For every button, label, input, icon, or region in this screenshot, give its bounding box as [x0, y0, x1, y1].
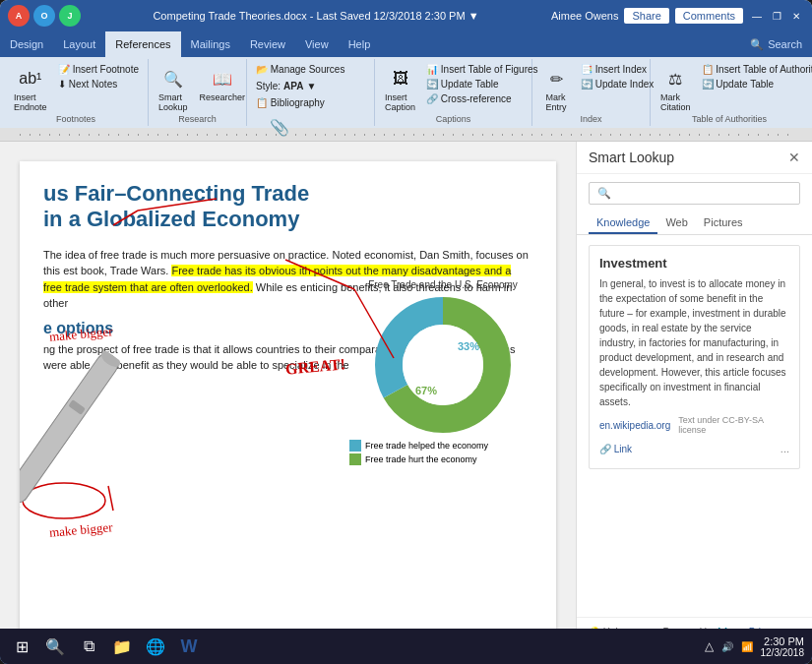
footnote-icon: 📝 — [58, 64, 70, 75]
tab-mailings[interactable]: Mailings — [181, 31, 240, 57]
doc-title: us Fair–Connecting Trade in a Globalized… — [43, 181, 532, 233]
taskbar-volume-icon[interactable]: 🔊 — [721, 641, 733, 652]
ribbon-content: ab¹ Insert Endnote 📝 Insert Footnote ⬇ N… — [0, 57, 812, 128]
tab-design[interactable]: Design — [0, 31, 53, 57]
window-controls: — ❐ ✕ — [749, 8, 804, 24]
main-area: us Fair–Connecting Trade in a Globalized… — [0, 142, 812, 656]
insert-table-figures-btn[interactable]: 📊 Insert Table of Figures — [423, 63, 541, 76]
sl-search-input[interactable] — [617, 188, 791, 200]
minimize-button[interactable]: — — [749, 8, 765, 24]
insert-footnote-btn[interactable]: 📝 Insert Footnote — [55, 63, 142, 76]
ruler — [0, 128, 812, 142]
sl-header: Smart Lookup ✕ — [577, 142, 812, 174]
sl-link-row: 🔗 Link ... — [599, 439, 789, 458]
footnotes-content: ab¹ Insert Endnote 📝 Insert Footnote ⬇ N… — [10, 61, 142, 114]
search-taskbar-button[interactable]: 🔍 — [41, 633, 69, 660]
profile-icon-3: J — [59, 5, 81, 27]
share-button[interactable]: Share — [624, 8, 668, 24]
sl-wiki-link[interactable]: en.wikipedia.org — [599, 420, 670, 431]
sl-tab-knowledge[interactable]: Knowledge — [589, 212, 657, 234]
insert-table-auth-btn[interactable]: 📋 Insert Table of Authorities — [699, 63, 812, 76]
authorities-label: Table of Authorities — [656, 114, 802, 126]
research-label: Research — [155, 114, 240, 126]
search-ribbon[interactable]: 🔍 Search — [740, 31, 812, 57]
screen: A O J Competing Trade Theories.docx - La… — [0, 0, 812, 664]
edge-browser-button[interactable]: 🌐 — [142, 633, 169, 660]
insert-caption-icon: 🖼 — [387, 65, 414, 92]
tab-layout[interactable]: Layout — [53, 31, 105, 57]
title-bar-center: Competing Trade Theories.docx - Last Sav… — [81, 10, 551, 22]
tab-review[interactable]: Review — [240, 31, 295, 57]
taskbar-right: △ 🔊 📶 2:30 PM 12/3/2018 — [705, 635, 805, 658]
svg-line-4 — [108, 486, 113, 511]
next-notes-icon: ⬇ — [58, 79, 66, 90]
captions-label: Captions — [381, 114, 526, 126]
sl-tabs: Knowledge Web Pictures — [577, 212, 812, 235]
sl-more-button[interactable]: ... — [781, 443, 789, 454]
update-table-auth-btn[interactable]: 🔄 Update Table — [699, 78, 812, 91]
doc-title: Competing Trade Theories.docx - Last Sav… — [153, 10, 478, 22]
close-button[interactable]: ✕ — [788, 8, 804, 24]
sl-close-button[interactable]: ✕ — [788, 150, 800, 165]
ribbon-tabs: Design Layout References Mailings Review… — [0, 31, 812, 57]
svg-text:67%: 67% — [415, 385, 437, 396]
chart-area: Free Trade and the U.S. Economy 33% 67% — [349, 279, 536, 467]
update-table-captions-btn[interactable]: 🔄 Update Table — [423, 78, 541, 91]
ribbon-group-footnotes: ab¹ Insert Endnote 📝 Insert Footnote ⬇ N… — [4, 59, 149, 126]
sl-card-title: Investment — [599, 256, 789, 271]
index-label: Index — [538, 114, 644, 126]
smart-lookup-btn[interactable]: 🔍 SmartLookup — [155, 63, 192, 114]
word-taskbar-button[interactable]: W — [175, 633, 203, 660]
annotation-great: GREAT! — [284, 355, 345, 378]
captions-content: 🖼 InsertCaption 📊 Insert Table of Figure… — [381, 61, 541, 114]
sl-search-bar[interactable]: 🔍 — [589, 182, 800, 205]
smart-lookup-panel: Smart Lookup ✕ 🔍 Knowledge Web Pictures … — [576, 142, 812, 656]
mark-entry-btn[interactable]: ✏ MarkEntry — [538, 63, 574, 114]
sl-content: Investment In general, to invest is to a… — [577, 235, 812, 617]
insert-caption-btn[interactable]: 🖼 InsertCaption — [381, 63, 419, 114]
svg-text:33%: 33% — [458, 340, 479, 352]
tab-references[interactable]: References — [105, 31, 180, 57]
update-index-btn[interactable]: 🔄 Update Index — [578, 78, 656, 91]
restore-button[interactable]: ❐ — [769, 8, 784, 24]
smart-lookup-icon: 🔍 — [159, 65, 187, 92]
start-button[interactable]: ⊞ — [8, 633, 35, 660]
mark-citation-btn[interactable]: ⚖ MarkCitation — [656, 63, 695, 114]
file-explorer-button[interactable]: 📁 — [108, 633, 136, 660]
ribbon-group-captions: 🖼 InsertCaption 📊 Insert Table of Figure… — [375, 59, 532, 126]
tab-view[interactable]: View — [295, 31, 339, 57]
taskbar-notify-icon: △ — [705, 639, 714, 653]
insert-endnote-btn[interactable]: ab¹ Insert Endnote — [10, 63, 51, 114]
tab-help[interactable]: Help — [339, 31, 381, 57]
taskbar-network-icon[interactable]: 📶 — [741, 641, 753, 652]
manage-sources-btn[interactable]: 📂 Manage Sources — [253, 63, 347, 76]
footnotes-label: Footnotes — [10, 114, 142, 126]
sl-tab-web[interactable]: Web — [657, 212, 695, 234]
taskbar-clock[interactable]: 2:30 PM 12/3/2018 — [761, 635, 805, 658]
task-view-button[interactable]: ⧉ — [75, 633, 102, 660]
insert-index-btn[interactable]: 📑 Insert Index — [578, 63, 656, 76]
doc-page: us Fair–Connecting Trade in a Globalized… — [20, 161, 556, 636]
sl-tab-pictures[interactable]: Pictures — [696, 212, 751, 234]
mark-entry-icon: ✏ — [542, 65, 570, 92]
taskbar-left: ⊞ 🔍 ⧉ 📁 🌐 W — [8, 633, 203, 660]
insert-endnote-icon: ab¹ — [17, 65, 44, 92]
next-notes-btn[interactable]: ⬇ Next Notes — [55, 78, 142, 91]
sl-search-icon: 🔍 — [597, 187, 611, 200]
ribbon-group-authorities: ⚖ MarkCitation 📋 Insert Table of Authori… — [651, 59, 808, 126]
sl-title: Smart Lookup — [589, 150, 674, 165]
legend-color-blue — [349, 440, 361, 452]
cross-reference-btn[interactable]: 🔗 Cross-reference — [423, 92, 541, 105]
bibliography-btn[interactable]: 📋 Bibliography — [253, 96, 328, 109]
annotation-make-bigger-2: make bigger — [48, 519, 113, 541]
title-bar-left: A O J — [8, 5, 81, 27]
ribbon-group-research: 🔍 SmartLookup 📖 Researcher Research — [149, 59, 247, 126]
comments-button[interactable]: Comments — [675, 8, 743, 24]
user-name: Aimee Owens — [551, 10, 618, 22]
citations-content: 📂 Manage Sources Style: APA ▼ 📋 Bibliogr… — [253, 61, 347, 109]
taskbar: ⊞ 🔍 ⧉ 📁 🌐 W △ 🔊 📶 2:30 PM 12/3/2018 — [0, 629, 812, 664]
researcher-btn[interactable]: 📖 Researcher — [196, 63, 250, 104]
sl-link-label[interactable]: 🔗 Link — [599, 444, 632, 454]
style-select[interactable]: Style: APA ▼ — [253, 80, 319, 92]
researcher-icon: 📖 — [209, 65, 236, 92]
